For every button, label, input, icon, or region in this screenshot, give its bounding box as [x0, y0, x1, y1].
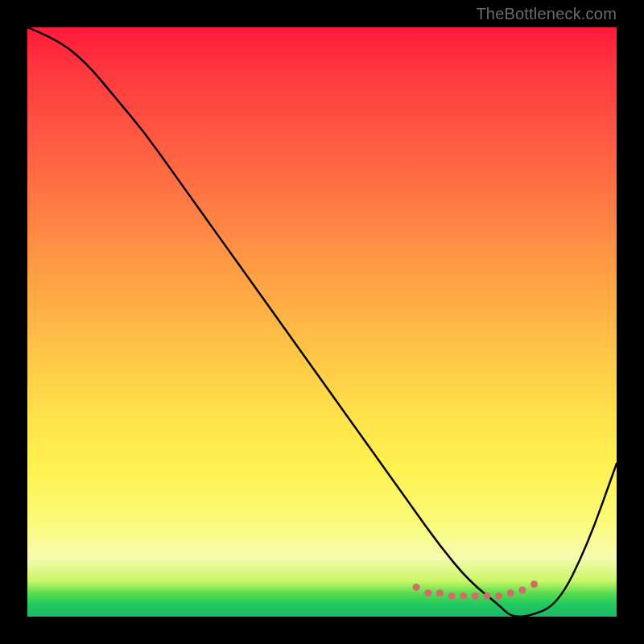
optimal-range-dot — [530, 580, 538, 588]
optimal-range-dot — [507, 589, 514, 597]
optimal-range-dot — [424, 589, 431, 597]
plot-area — [27, 27, 617, 617]
optimal-range-dot — [436, 589, 444, 597]
optimal-range-dot — [495, 592, 502, 600]
optimal-range-dot — [460, 592, 467, 600]
optimal-range-dot — [472, 592, 479, 600]
chart-frame: TheBottleneck.com — [0, 0, 644, 644]
bottleneck-curve — [27, 27, 617, 617]
attribution-text: TheBottleneck.com — [476, 5, 617, 23]
optimal-range-dot — [518, 587, 526, 594]
optimal-range-dot — [448, 592, 456, 600]
optimal-range-dot — [483, 592, 490, 600]
curve-layer — [27, 27, 617, 617]
optimal-range-dot — [413, 584, 420, 591]
